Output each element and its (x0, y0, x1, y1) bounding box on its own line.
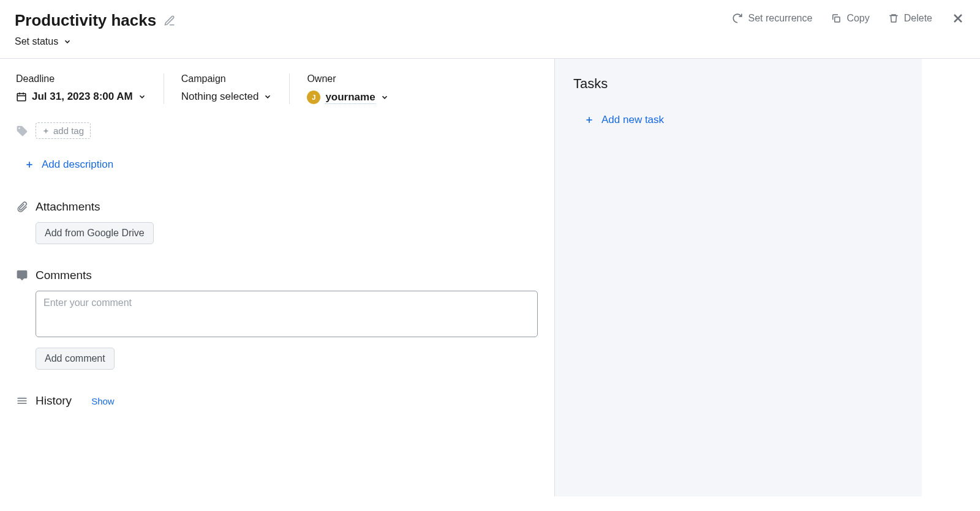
set-recurrence-button[interactable]: Set recurrence (732, 13, 812, 24)
svg-rect-0 (835, 17, 840, 22)
owner-avatar: J (307, 91, 320, 104)
comment-input[interactable] (36, 291, 538, 337)
page-title: Productivity hacks (15, 11, 156, 30)
attachment-icon (16, 201, 28, 213)
add-tag-button[interactable]: add tag (36, 122, 91, 139)
close-icon (951, 11, 965, 26)
chevron-down-icon (380, 93, 389, 102)
owner-name: yourname (325, 91, 375, 104)
add-new-task-button[interactable]: Add new task (584, 114, 664, 126)
tag-icon (16, 125, 28, 137)
svg-rect-1 (17, 94, 26, 101)
delete-button[interactable]: Delete (888, 13, 932, 24)
plus-icon (24, 160, 34, 170)
add-from-google-drive-button[interactable]: Add from Google Drive (36, 222, 154, 244)
owner-label: Owner (307, 73, 388, 84)
deadline-value: Jul 31, 2023 8:00 AM (32, 91, 133, 103)
owner-dropdown[interactable]: J yourname (307, 91, 388, 104)
campaign-label: Campaign (181, 73, 273, 84)
chevron-down-icon (63, 37, 72, 46)
attachments-heading: Attachments (36, 200, 100, 214)
trash-icon (888, 13, 899, 24)
campaign-dropdown[interactable]: Nothing selected (181, 91, 273, 103)
add-comment-button[interactable]: Add comment (36, 348, 115, 370)
plus-icon (42, 127, 50, 135)
history-icon (16, 395, 28, 407)
deadline-picker[interactable]: Jul 31, 2023 8:00 AM (16, 91, 146, 103)
deadline-label: Deadline (16, 73, 146, 84)
tasks-heading: Tasks (573, 76, 903, 92)
calendar-icon (16, 91, 27, 102)
campaign-value: Nothing selected (181, 91, 259, 103)
plus-icon (584, 115, 594, 125)
chevron-down-icon (138, 92, 146, 101)
comment-icon (16, 269, 28, 282)
set-status-dropdown[interactable]: Set status (15, 36, 72, 47)
copy-label: Copy (846, 13, 869, 24)
recurrence-icon (732, 13, 743, 24)
add-new-task-label: Add new task (601, 114, 664, 126)
history-heading: History (36, 394, 72, 408)
chevron-down-icon (263, 92, 272, 101)
add-description-button[interactable]: Add description (24, 159, 113, 171)
add-tag-label: add tag (53, 125, 84, 136)
delete-label: Delete (904, 13, 932, 24)
close-button[interactable] (951, 11, 965, 26)
edit-title-icon[interactable] (164, 15, 176, 27)
set-status-label: Set status (15, 36, 58, 47)
copy-icon (831, 13, 842, 24)
set-recurrence-label: Set recurrence (748, 13, 812, 24)
history-show-link[interactable]: Show (91, 396, 115, 406)
comments-heading: Comments (36, 269, 92, 282)
copy-button[interactable]: Copy (831, 13, 869, 24)
add-description-label: Add description (42, 159, 113, 171)
